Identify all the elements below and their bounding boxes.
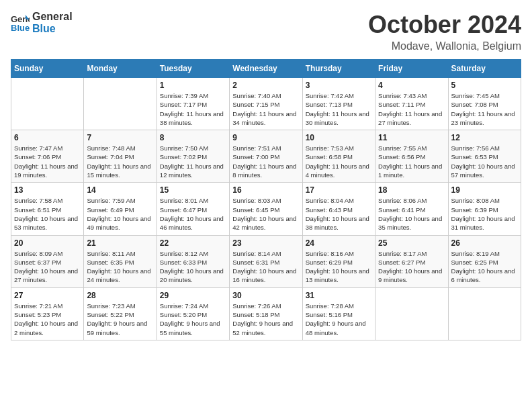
day-info: Sunrise: 8:01 AMSunset: 6:47 PMDaylight:… <box>160 196 226 232</box>
calendar-cell: 8Sunrise: 7:50 AMSunset: 7:02 PMDaylight… <box>157 130 229 183</box>
calendar-cell: 20Sunrise: 8:09 AMSunset: 6:37 PMDayligh… <box>11 235 84 287</box>
location-subtitle: Modave, Wallonia, Belgium <box>368 40 521 52</box>
day-number: 9 <box>232 133 299 142</box>
day-info: Sunrise: 8:09 AMSunset: 6:37 PMDaylight:… <box>14 249 81 285</box>
calendar-cell: 21Sunrise: 8:11 AMSunset: 6:35 PMDayligh… <box>84 235 157 287</box>
calendar-cell: 18Sunrise: 8:06 AMSunset: 6:41 PMDayligh… <box>375 183 448 235</box>
weekday-header-wednesday: Wednesday <box>230 60 302 78</box>
calendar-week-row: 1Sunrise: 7:39 AMSunset: 7:17 PMDaylight… <box>11 78 521 130</box>
day-info: Sunrise: 7:47 AMSunset: 7:06 PMDaylight:… <box>14 144 81 179</box>
calendar-cell: 7Sunrise: 7:48 AMSunset: 7:04 PMDaylight… <box>84 130 157 183</box>
weekday-header-tuesday: Tuesday <box>157 60 229 78</box>
calendar-cell: 11Sunrise: 7:55 AMSunset: 6:56 PMDayligh… <box>375 130 448 183</box>
logo-general-text: General <box>32 11 73 23</box>
calendar-cell: 1Sunrise: 7:39 AMSunset: 7:17 PMDaylight… <box>157 78 229 130</box>
calendar-cell: 12Sunrise: 7:56 AMSunset: 6:53 PMDayligh… <box>448 130 521 183</box>
day-info: Sunrise: 7:45 AMSunset: 7:08 PMDaylight:… <box>451 91 518 127</box>
day-info: Sunrise: 7:39 AMSunset: 7:17 PMDaylight:… <box>160 91 226 127</box>
day-number: 31 <box>306 291 372 300</box>
day-info: Sunrise: 8:04 AMSunset: 6:43 PMDaylight:… <box>306 196 372 232</box>
day-info: Sunrise: 8:16 AMSunset: 6:29 PMDaylight:… <box>306 249 372 285</box>
day-info: Sunrise: 7:48 AMSunset: 7:04 PMDaylight:… <box>87 144 153 179</box>
calendar-week-row: 13Sunrise: 7:58 AMSunset: 6:51 PMDayligh… <box>11 183 521 235</box>
day-info: Sunrise: 7:51 AMSunset: 7:00 PMDaylight:… <box>232 144 299 179</box>
day-number: 2 <box>232 81 299 90</box>
day-info: Sunrise: 8:06 AMSunset: 6:41 PMDaylight:… <box>378 196 445 232</box>
day-number: 29 <box>160 291 226 300</box>
calendar-cell: 4Sunrise: 7:43 AMSunset: 7:11 PMDaylight… <box>375 78 448 130</box>
day-info: Sunrise: 7:42 AMSunset: 7:13 PMDaylight:… <box>306 91 372 127</box>
calendar-cell: 23Sunrise: 8:14 AMSunset: 6:31 PMDayligh… <box>230 235 302 287</box>
day-info: Sunrise: 8:17 AMSunset: 6:27 PMDaylight:… <box>378 249 445 285</box>
day-number: 1 <box>160 81 226 90</box>
calendar-cell <box>84 78 157 130</box>
weekday-header-row: SundayMondayTuesdayWednesdayThursdayFrid… <box>11 60 521 78</box>
calendar-cell: 15Sunrise: 8:01 AMSunset: 6:47 PMDayligh… <box>157 183 229 235</box>
day-number: 11 <box>378 133 445 142</box>
weekday-header-sunday: Sunday <box>11 60 84 78</box>
calendar-week-row: 6Sunrise: 7:47 AMSunset: 7:06 PMDaylight… <box>11 130 521 183</box>
logo: General Blue General Blue <box>11 11 73 34</box>
day-number: 12 <box>451 133 518 142</box>
calendar-cell: 3Sunrise: 7:42 AMSunset: 7:13 PMDaylight… <box>302 78 375 130</box>
day-number: 6 <box>14 133 81 142</box>
calendar-cell: 10Sunrise: 7:53 AMSunset: 6:58 PMDayligh… <box>302 130 375 183</box>
calendar-cell: 30Sunrise: 7:26 AMSunset: 5:18 PMDayligh… <box>230 287 302 340</box>
day-info: Sunrise: 8:03 AMSunset: 6:45 PMDaylight:… <box>232 196 299 232</box>
day-info: Sunrise: 8:12 AMSunset: 6:33 PMDaylight:… <box>160 249 226 285</box>
day-info: Sunrise: 7:56 AMSunset: 6:53 PMDaylight:… <box>451 144 518 179</box>
calendar-cell: 5Sunrise: 7:45 AMSunset: 7:08 PMDaylight… <box>448 78 521 130</box>
day-number: 14 <box>87 185 153 195</box>
day-info: Sunrise: 7:28 AMSunset: 5:16 PMDaylight:… <box>306 302 372 337</box>
day-info: Sunrise: 8:19 AMSunset: 6:25 PMDaylight:… <box>451 249 518 285</box>
day-number: 24 <box>306 238 372 248</box>
calendar-cell: 17Sunrise: 8:04 AMSunset: 6:43 PMDayligh… <box>302 183 375 235</box>
weekday-header-saturday: Saturday <box>448 60 521 78</box>
calendar-cell: 27Sunrise: 7:21 AMSunset: 5:23 PMDayligh… <box>11 287 84 340</box>
day-number: 23 <box>232 238 299 248</box>
day-number: 19 <box>451 185 518 195</box>
calendar-cell: 26Sunrise: 8:19 AMSunset: 6:25 PMDayligh… <box>448 235 521 287</box>
day-number: 21 <box>87 238 153 248</box>
calendar-week-row: 27Sunrise: 7:21 AMSunset: 5:23 PMDayligh… <box>11 287 521 340</box>
weekday-header-thursday: Thursday <box>302 60 375 78</box>
calendar-cell: 13Sunrise: 7:58 AMSunset: 6:51 PMDayligh… <box>11 183 84 235</box>
weekday-header-monday: Monday <box>84 60 157 78</box>
day-info: Sunrise: 7:24 AMSunset: 5:20 PMDaylight:… <box>160 302 226 337</box>
day-info: Sunrise: 7:23 AMSunset: 5:22 PMDaylight:… <box>87 302 153 337</box>
calendar-cell: 19Sunrise: 8:08 AMSunset: 6:39 PMDayligh… <box>448 183 521 235</box>
day-number: 10 <box>306 133 372 142</box>
day-number: 17 <box>306 185 372 195</box>
day-number: 15 <box>160 185 226 195</box>
calendar-cell: 16Sunrise: 8:03 AMSunset: 6:45 PMDayligh… <box>230 183 302 235</box>
logo-blue-text: Blue <box>32 23 73 35</box>
calendar-cell: 31Sunrise: 7:28 AMSunset: 5:16 PMDayligh… <box>302 287 375 340</box>
calendar-cell <box>448 287 521 340</box>
day-info: Sunrise: 8:08 AMSunset: 6:39 PMDaylight:… <box>451 196 518 232</box>
svg-text:Blue: Blue <box>11 23 30 32</box>
calendar-cell: 14Sunrise: 7:59 AMSunset: 6:49 PMDayligh… <box>84 183 157 235</box>
day-info: Sunrise: 7:59 AMSunset: 6:49 PMDaylight:… <box>87 196 153 232</box>
calendar-cell: 22Sunrise: 8:12 AMSunset: 6:33 PMDayligh… <box>157 235 229 287</box>
page-header: General Blue General Blue October 2024 M… <box>11 11 521 52</box>
day-info: Sunrise: 7:21 AMSunset: 5:23 PMDaylight:… <box>14 302 81 337</box>
calendar-table: SundayMondayTuesdayWednesdayThursdayFrid… <box>11 59 521 340</box>
title-area: October 2024 Modave, Wallonia, Belgium <box>368 11 521 52</box>
day-info: Sunrise: 7:58 AMSunset: 6:51 PMDaylight:… <box>14 196 81 232</box>
day-info: Sunrise: 8:11 AMSunset: 6:35 PMDaylight:… <box>87 249 153 285</box>
calendar-cell: 2Sunrise: 7:40 AMSunset: 7:15 PMDaylight… <box>230 78 302 130</box>
logo-icon: General Blue <box>11 13 30 32</box>
calendar-cell: 24Sunrise: 8:16 AMSunset: 6:29 PMDayligh… <box>302 235 375 287</box>
day-number: 4 <box>378 81 445 90</box>
calendar-cell: 9Sunrise: 7:51 AMSunset: 7:00 PMDaylight… <box>230 130 302 183</box>
day-number: 26 <box>451 238 518 248</box>
day-number: 25 <box>378 238 445 248</box>
day-number: 18 <box>378 185 445 195</box>
month-title: October 2024 <box>368 11 521 39</box>
day-number: 13 <box>14 185 81 195</box>
calendar-week-row: 20Sunrise: 8:09 AMSunset: 6:37 PMDayligh… <box>11 235 521 287</box>
calendar-cell: 28Sunrise: 7:23 AMSunset: 5:22 PMDayligh… <box>84 287 157 340</box>
day-number: 27 <box>14 291 81 300</box>
calendar-cell: 29Sunrise: 7:24 AMSunset: 5:20 PMDayligh… <box>157 287 229 340</box>
day-number: 7 <box>87 133 153 142</box>
